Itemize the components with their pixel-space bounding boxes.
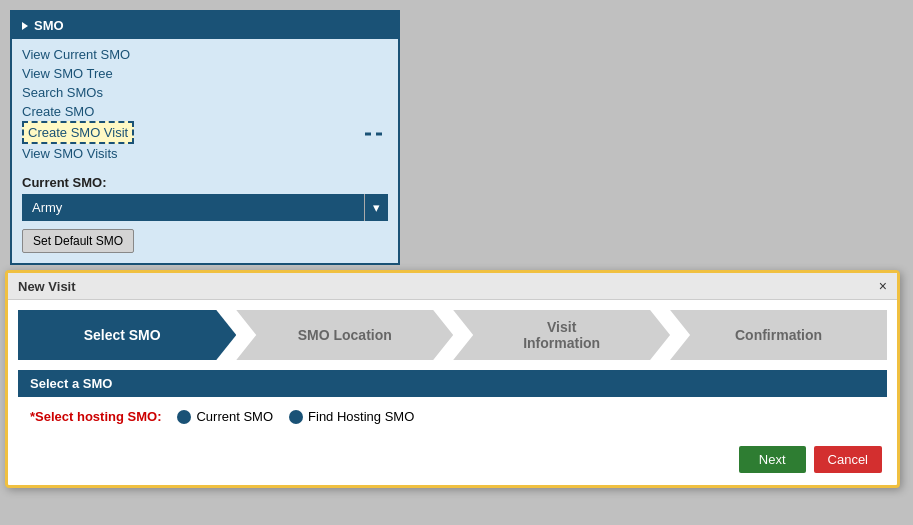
sidebar-panel: SMO View Current SMO View SMO Tree Searc… [10, 10, 400, 265]
new-visit-modal: New Visit × Select SMO SMO Location Visi… [5, 270, 900, 488]
cancel-button[interactable]: Cancel [814, 446, 882, 473]
current-smo-label: Current SMO: [22, 175, 388, 190]
collapse-icon [22, 22, 28, 30]
set-default-smo-button[interactable]: Set Default SMO [22, 229, 134, 253]
step-smo-location[interactable]: SMO Location [236, 310, 453, 360]
radio-find-hosting-smo[interactable]: Find Hosting SMO [289, 409, 414, 424]
smo-dropdown-arrow[interactable]: ▾ [364, 194, 388, 221]
nav-view-smo-visits[interactable]: View SMO Visits [22, 144, 388, 163]
modal-close-button[interactable]: × [879, 278, 887, 294]
next-button[interactable]: Next [739, 446, 806, 473]
radio-label: *Select hosting SMO: [30, 409, 161, 424]
radio-current-smo[interactable]: Current SMO [177, 409, 273, 424]
step-visit-information[interactable]: Visit Information [453, 310, 670, 360]
smo-dropdown-row: Army ▾ [22, 194, 388, 221]
radio-circle-current [177, 410, 191, 424]
sidebar-nav: View Current SMO View SMO Tree Search SM… [12, 39, 398, 169]
nav-create-smo[interactable]: Create SMO [22, 102, 388, 121]
step-select-smo[interactable]: Select SMO [18, 310, 236, 360]
select-smo-section-header: Select a SMO [18, 370, 887, 397]
nav-view-current-smo[interactable]: View Current SMO [22, 45, 388, 64]
radio-row: *Select hosting SMO: Current SMO Find Ho… [30, 409, 875, 424]
steps-bar: Select SMO SMO Location Visit Informatio… [8, 300, 897, 370]
step-confirmation[interactable]: Confirmation [670, 310, 887, 360]
nav-search-smos[interactable]: Search SMOs [22, 83, 388, 102]
nav-create-smo-visit[interactable]: Create SMO Visit [22, 121, 134, 144]
modal-title: New Visit [18, 279, 76, 294]
nav-view-smo-tree[interactable]: View SMO Tree [22, 64, 388, 83]
modal-footer: Next Cancel [8, 436, 897, 485]
smo-dropdown[interactable]: Army [22, 194, 364, 221]
modal-titlebar: New Visit × [8, 273, 897, 300]
select-smo-section-body: *Select hosting SMO: Current SMO Find Ho… [18, 397, 887, 436]
radio-circle-find [289, 410, 303, 424]
sidebar-header: SMO [12, 12, 398, 39]
sidebar-title: SMO [34, 18, 64, 33]
